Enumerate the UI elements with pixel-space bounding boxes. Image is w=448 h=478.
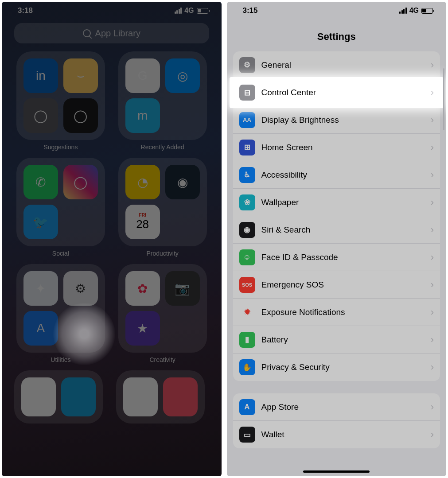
mini-apps[interactable] [165,205,200,239]
row-icon: ⊞ [239,140,255,155]
app-photos[interactable]: ✿ [125,271,160,306]
settings-row-face-id-passcode[interactable]: ☺︎Face ID & Passcode› [233,244,440,271]
settings-row-general[interactable]: ⚙︎General› [233,51,440,79]
row-label: Battery [261,335,425,345]
row-icon: ⊟ [239,85,255,101]
cellular-signal-icon [175,8,182,14]
app-safari[interactable]: ✦ [23,271,58,306]
row-icon: ❀ [239,194,255,210]
row-label: Accessibility [261,170,425,180]
highlight-control-center: ⊟Control Center› [230,77,444,108]
chevron-right-icon: › [431,307,434,318]
status-bar-left: 3:18 4G [2,2,222,18]
app-imovie[interactable]: ★ [125,311,160,346]
folder-box[interactable]: G◎m [118,51,207,140]
chevron-right-icon: › [431,59,434,71]
row-label: Face ID & Passcode [261,253,425,262]
cellular-signal-icon [399,8,407,14]
app-linkedin[interactable]: in [23,58,58,93]
chevron-right-icon: › [431,252,434,263]
app-basecamp[interactable]: ◔ [125,165,160,199]
app-youtube[interactable] [21,377,56,416]
app-infinity[interactable] [163,377,198,416]
row-label: Home Screen [261,143,425,152]
chevron-right-icon: › [431,114,434,126]
settings-row-accessibility[interactable]: ♿︎Accessibility› [233,161,440,189]
app-camera[interactable]: 📷 [165,271,200,306]
mini-apps[interactable] [63,205,98,239]
row-icon: SOS [239,277,255,293]
row-icon: ☺︎ [239,249,255,265]
app-meet[interactable] [123,377,158,416]
row-icon: ▭ [239,427,255,443]
app-library-screen: 3:18 4G App Library in⌣◯◯SuggestionsG◎mR… [2,2,222,476]
folder-box[interactable]: ✿📷★ [118,264,207,353]
settings-row-app-store[interactable]: AApp Store› [233,393,440,421]
folder-recently-added[interactable]: G◎mRecently Added [116,51,209,151]
settings-row-siri-search[interactable]: ◉Siri & Search› [233,216,440,244]
row-icon: ◉ [239,222,255,238]
app-whatsapp[interactable]: ✆ [23,165,58,199]
app-app-store[interactable]: A [23,311,58,346]
folder-label: Utilities [51,356,70,363]
folder-utilities[interactable]: ✦⚙︎AUtilities [14,264,107,363]
search-placeholder: App Library [95,28,140,39]
app-twitter[interactable]: 🐦 [23,205,58,239]
app-watch-alt[interactable]: ◯ [63,98,98,133]
row-label: Siri & Search [261,225,425,235]
page-title: Settings [227,18,447,51]
app-calendar[interactable]: FRI28 [125,205,160,239]
folder-box-partial[interactable] [14,370,103,424]
app-library-search[interactable]: App Library [14,23,209,43]
scroll-indicator [443,68,444,130]
settings-row-home-screen[interactable]: ⊞Home Screen› [233,134,440,161]
chevron-right-icon: › [431,169,434,181]
folder-social[interactable]: ✆◯🐦Social [14,158,107,257]
app-instagram[interactable]: ◯ [63,165,98,199]
row-icon: A [239,399,255,415]
settings-row-display-brightness[interactable]: AADisplay & Brightness› [233,106,440,134]
row-label: Control Center [261,88,425,97]
row-label: Wallet [261,430,425,439]
row-label: General [261,60,425,70]
folder-box-partial[interactable] [116,370,205,424]
chevron-right-icon: › [431,401,434,413]
settings-row-wallpaper[interactable]: ❀Wallpaper› [233,189,440,216]
app-app3[interactable]: m [125,98,160,133]
folder-productivity[interactable]: ◔◉FRI28Productivity [116,158,209,257]
chevron-right-icon: › [431,142,434,153]
app-settings[interactable]: ⚙︎ [63,271,98,306]
app-prime-video[interactable] [61,377,96,416]
app-shazam[interactable]: ◎ [165,58,200,93]
folder-label: Social [52,250,69,257]
settings-row-wallet[interactable]: ▭Wallet› [233,421,440,448]
settings-row-battery[interactable]: ▮Battery› [233,326,440,354]
row-icon: AA [239,112,255,128]
folder-grid: in⌣◯◯SuggestionsG◎mRecently Added✆◯🐦Soci… [2,51,222,424]
mini-apps[interactable] [165,98,200,133]
status-network: 4G [184,7,194,15]
app-google-translate[interactable]: G [125,58,160,93]
row-label: Exposure Notifications [261,307,425,317]
app-camera-like[interactable]: ◉ [165,165,200,199]
search-icon [83,29,91,37]
status-time: 3:18 [18,6,33,15]
home-indicator[interactable] [303,470,370,473]
app-amazon[interactable]: ⌣ [63,58,98,93]
mini-apps[interactable] [63,311,98,346]
folder-suggestions[interactable]: in⌣◯◯Suggestions [14,51,107,151]
folder-box[interactable]: ◔◉FRI28 [118,158,207,246]
folder-label: Productivity [146,250,178,257]
folder-creativity[interactable]: ✿📷★Creativity [116,264,209,363]
row-label: Display & Brightness [261,115,425,125]
app-watch[interactable]: ◯ [23,98,58,133]
settings-row-privacy-security[interactable]: ✋Privacy & Security› [233,354,440,381]
folder-box[interactable]: in⌣◯◯ [16,51,105,140]
folder-box[interactable]: ✦⚙︎A [16,264,105,353]
folder-label: Recently Added [141,144,184,151]
folder-box[interactable]: ✆◯🐦 [16,158,105,246]
settings-row-emergency-sos[interactable]: SOSEmergency SOS› [233,271,440,299]
mini-apps[interactable] [165,311,200,346]
settings-row-exposure-notifications[interactable]: ✹Exposure Notifications› [233,299,440,326]
row-icon: ▮ [239,332,255,348]
